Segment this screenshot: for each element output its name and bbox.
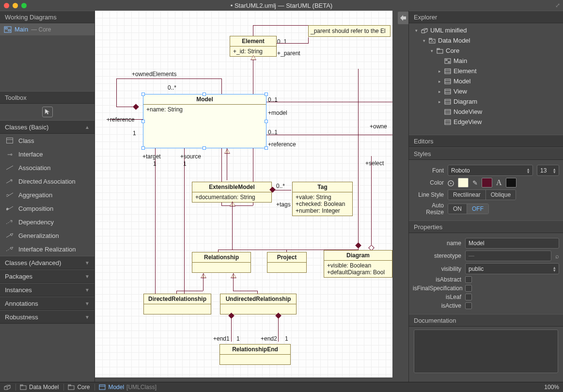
class-directed-relationship[interactable]: DirectedRelationship — [143, 294, 211, 314]
class-element[interactable]: Element +_id: String — [230, 36, 277, 57]
diagram-icon — [4, 26, 12, 33]
tb-item-aggregation[interactable]: Aggregation — [0, 188, 94, 202]
line-style-toggle[interactable]: RectilinearOblique — [448, 189, 516, 200]
tb-item-composition[interactable]: Composition — [0, 202, 94, 215]
documentation-textarea[interactable] — [414, 329, 558, 373]
resize-handle[interactable] — [203, 146, 206, 150]
prop-isactive-checkbox[interactable] — [465, 302, 472, 309]
breadcrumb-data-model[interactable]: Data Model — [16, 384, 59, 391]
resize-handle[interactable] — [141, 146, 145, 150]
aggregation-icon — [6, 192, 14, 197]
class-relationship-end[interactable]: RelationshipEnd — [219, 344, 291, 365]
class-extensible-model[interactable]: ExtensibleModel +documentation: String — [192, 182, 272, 203]
tree-item[interactable]: ▸View — [409, 86, 563, 96]
tb-section-packages[interactable]: Packages▼ — [0, 269, 94, 283]
expand-icon[interactable]: ⤢ — [555, 2, 560, 9]
svg-line-5 — [6, 166, 13, 170]
tree-item[interactable]: EdgeView — [409, 117, 563, 127]
svg-line-6 — [6, 180, 12, 183]
composition-diamond-icon — [133, 104, 139, 110]
cursor-tool-button[interactable] — [42, 107, 53, 117]
font-color-label-icon: A — [496, 178, 502, 187]
tb-section-annotations[interactable]: Annotations▼ — [0, 297, 94, 310]
breadcrumb-model[interactable]: Model[UMLClass] — [94, 384, 156, 391]
tree-item[interactable]: ▾UML minified — [409, 25, 563, 35]
pkg-icon — [421, 27, 428, 34]
font-color-swatch[interactable] — [506, 178, 516, 188]
cls-icon — [444, 109, 452, 115]
tree-twisty-icon[interactable]: ▸ — [437, 79, 442, 84]
composition-diamond-icon — [355, 242, 361, 249]
fill-color-swatch[interactable] — [458, 178, 469, 188]
prop-isfinal-checkbox[interactable] — [465, 285, 472, 292]
dependency-icon — [6, 220, 14, 224]
tb-item-interface-realization[interactable]: Interface Realization — [0, 242, 94, 256]
tree-item[interactable]: ▸Model — [409, 76, 563, 86]
tree-twisty-icon[interactable]: ▾ — [422, 38, 426, 43]
tree-item[interactable]: Main — [409, 56, 563, 66]
dock-toggle-icon[interactable] — [398, 12, 408, 24]
tree-item[interactable]: NodeView — [409, 107, 563, 117]
font-select[interactable]: Roboto▴▾ — [448, 165, 533, 176]
generalization-arrow-icon — [201, 273, 206, 278]
prop-stereotype-input[interactable] — [465, 251, 551, 261]
resize-handle[interactable] — [141, 93, 145, 96]
prop-visibility-select[interactable]: public▴▾ — [465, 263, 559, 274]
tb-item-generalization[interactable]: Generalization — [0, 229, 94, 242]
class-undirected-relationship[interactable]: UndirectedRelationship — [220, 294, 297, 314]
tb-item-directed-association[interactable]: Directed Association — [0, 174, 94, 188]
tree-twisty-icon[interactable]: ▾ — [429, 48, 434, 53]
svg-rect-3 — [7, 138, 13, 143]
zoom-level[interactable]: 100% — [544, 384, 559, 391]
prop-isabstract-checkbox[interactable] — [465, 276, 472, 283]
tree-twisty-icon[interactable]: ▸ — [437, 99, 442, 104]
breadcrumb-root[interactable] — [4, 384, 11, 390]
prop-name-input[interactable] — [465, 238, 559, 249]
tree-item[interactable]: ▾Core — [409, 46, 563, 56]
resize-handle[interactable] — [265, 146, 268, 150]
line-color-swatch[interactable] — [482, 178, 492, 188]
diagram-canvas[interactable]: _parent should refer to the El Element +… — [95, 11, 408, 382]
tree-twisty-icon[interactable]: ▾ — [414, 28, 419, 33]
resize-handle[interactable] — [265, 120, 268, 123]
tb-item-dependency[interactable]: Dependency — [0, 215, 94, 229]
tb-section-instances[interactable]: Instances▼ — [0, 283, 94, 297]
breadcrumb-core[interactable]: Core — [63, 384, 90, 391]
svg-rect-15 — [437, 48, 439, 49]
properties-body: name stereotype⌕ visibilitypublic▴▾ isAb… — [409, 233, 563, 314]
explorer-tree: ▾UML minified▾Data Model▾CoreMain▸Elemen… — [409, 23, 563, 135]
tb-section-classes-basic[interactable]: Classes (Basic)▲ — [0, 120, 94, 134]
eyedropper-icon[interactable]: ⨀ — [448, 179, 454, 187]
note-box[interactable]: _parent should refer to the El — [308, 25, 391, 37]
tb-item-class[interactable]: Class — [0, 134, 94, 147]
resize-handle[interactable] — [203, 93, 206, 96]
tree-item-label: UML minified — [430, 27, 467, 34]
search-icon[interactable]: ⌕ — [555, 252, 559, 260]
font-size-select[interactable]: 13▴▾ — [537, 165, 559, 176]
class-tag[interactable]: Tag +value: String+checked: Boolean+numb… — [292, 182, 353, 216]
class-diagram[interactable]: Diagram +visible: Boolean+defaultDiagram… — [324, 250, 392, 278]
pencil-icon[interactable]: ✎ — [472, 179, 478, 187]
tree-item[interactable]: ▸Diagram — [409, 96, 563, 107]
tb-section-robustness[interactable]: Robustness▼ — [0, 310, 94, 324]
class-project[interactable]: Project — [267, 252, 307, 273]
class-model[interactable]: Model +name: String — [143, 94, 266, 148]
prop-isleaf-checkbox[interactable] — [465, 294, 472, 300]
svg-rect-39 — [68, 386, 74, 390]
resize-handle[interactable] — [141, 120, 145, 123]
auto-resize-toggle[interactable]: ONOFF — [448, 204, 489, 214]
svg-rect-38 — [20, 385, 23, 386]
working-diagram-item[interactable]: Main — Core — [0, 23, 94, 35]
tree-item[interactable]: ▸Element — [409, 66, 563, 76]
resize-handle[interactable] — [265, 93, 268, 96]
tb-section-classes-advanced[interactable]: Classes (Advanced)▼ — [0, 256, 94, 269]
tb-item-interface[interactable]: ⊸Interface — [0, 147, 94, 161]
tree-item-label: Data Model — [438, 37, 470, 44]
svg-rect-18 — [448, 62, 450, 63]
tb-item-association[interactable]: Association — [0, 161, 94, 174]
class-relationship[interactable]: Relationship — [192, 252, 251, 273]
diagram-paper[interactable]: _parent should refer to the El Element +… — [95, 11, 392, 377]
tree-twisty-icon[interactable]: ▸ — [437, 89, 442, 94]
tree-item[interactable]: ▾Data Model — [409, 35, 563, 46]
tree-twisty-icon[interactable]: ▸ — [437, 69, 442, 74]
